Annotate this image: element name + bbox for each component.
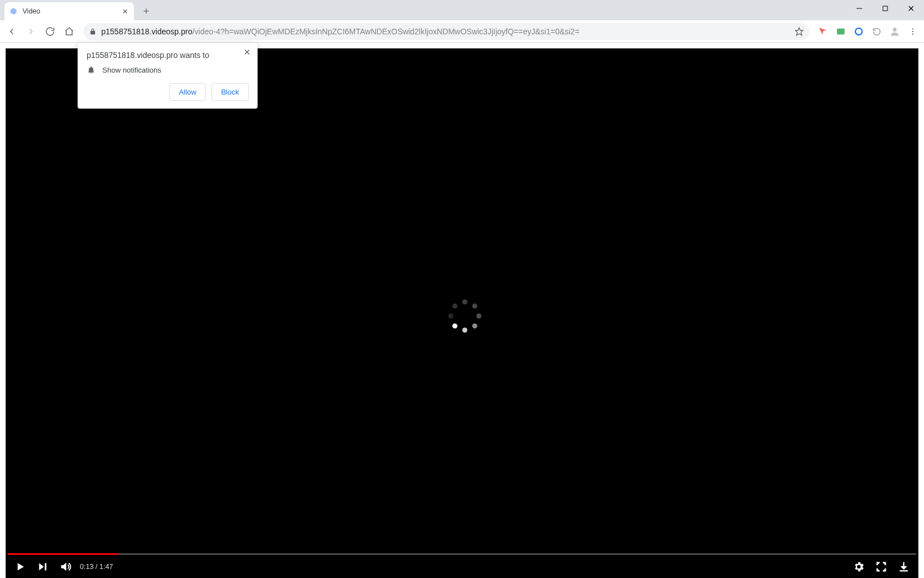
- window-controls: [846, 0, 924, 20]
- notification-permission-prompt: ✕ p1558751818.videosp.pro wants to Show …: [78, 43, 258, 109]
- allow-button[interactable]: Allow: [169, 83, 206, 101]
- extension-icon-4[interactable]: [869, 24, 885, 39]
- tab-close-icon[interactable]: ✕: [120, 7, 129, 16]
- video-player[interactable]: [6, 48, 918, 578]
- browser-titlebar: Video ✕ +: [0, 0, 924, 20]
- loading-spinner-icon: [445, 297, 479, 330]
- svg-point-7: [855, 28, 862, 35]
- nav-home-button[interactable]: [61, 23, 78, 40]
- permission-item-row: Show notifications: [87, 65, 249, 74]
- extension-icon-3[interactable]: [851, 24, 867, 39]
- svg-rect-2: [883, 6, 887, 11]
- svg-marker-5: [795, 28, 803, 35]
- block-button[interactable]: Block: [211, 83, 249, 101]
- window-maximize-button[interactable]: [872, 0, 898, 17]
- volume-button[interactable]: [54, 555, 76, 578]
- url-path: /video-4?h=waWQiOjEwMDEzMjksInNpZCI6MTAw…: [192, 27, 579, 36]
- nav-forward-button[interactable]: [22, 23, 39, 40]
- play-button[interactable]: [9, 555, 31, 578]
- tab-title: Video: [22, 7, 120, 15]
- fullscreen-button[interactable]: [870, 555, 893, 578]
- permission-origin-text: p1558751818.videosp.pro wants to: [87, 51, 249, 60]
- progress-fill: [8, 553, 118, 555]
- svg-point-9: [912, 28, 913, 29]
- next-button[interactable]: [31, 555, 54, 578]
- time-display: 0:13 / 1:47: [80, 563, 113, 571]
- svg-marker-12: [17, 563, 24, 571]
- browser-toolbar: p1558751818.videosp.pro/video-4?h=waWQiO…: [0, 20, 924, 43]
- profile-avatar-icon[interactable]: [887, 24, 903, 39]
- svg-point-11: [912, 33, 913, 34]
- svg-rect-14: [45, 563, 47, 571]
- browser-tab[interactable]: Video ✕: [4, 2, 134, 20]
- tab-favicon-icon: [9, 7, 18, 16]
- svg-point-8: [893, 28, 897, 32]
- svg-rect-6: [837, 28, 845, 34]
- settings-button[interactable]: [848, 555, 870, 578]
- download-button[interactable]: [893, 555, 915, 578]
- bell-icon: [87, 65, 96, 74]
- new-tab-button[interactable]: +: [138, 3, 154, 19]
- bookmark-star-icon[interactable]: [795, 27, 804, 36]
- progress-bar[interactable]: [8, 553, 916, 555]
- extension-icon-2[interactable]: [833, 24, 849, 39]
- lock-icon: [89, 28, 97, 35]
- url-host: p1558751818.videosp.pro: [101, 27, 192, 36]
- video-controls: 0:13 / 1:47: [6, 553, 918, 578]
- extension-icon-1[interactable]: [815, 24, 831, 39]
- kebab-menu-icon[interactable]: [905, 24, 921, 39]
- nav-reload-button[interactable]: [42, 23, 58, 40]
- svg-point-10: [912, 30, 913, 32]
- svg-marker-0: [11, 8, 17, 15]
- address-bar[interactable]: p1558751818.videosp.pro/video-4?h=waWQiO…: [83, 23, 809, 40]
- permission-item-label: Show notifications: [102, 66, 161, 74]
- page-content: ✕ p1558751818.videosp.pro wants to Show …: [0, 43, 924, 578]
- svg-marker-13: [39, 563, 44, 571]
- window-minimize-button[interactable]: [846, 0, 872, 17]
- window-close-button[interactable]: [898, 0, 924, 17]
- close-icon[interactable]: ✕: [242, 47, 252, 57]
- nav-back-button[interactable]: [3, 23, 20, 40]
